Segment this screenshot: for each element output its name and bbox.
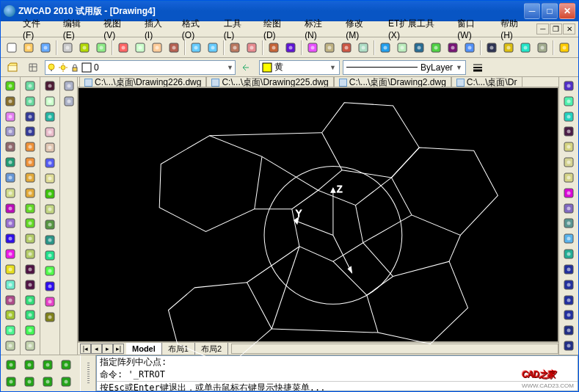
rotate-button[interactable] — [42, 171, 58, 186]
menu-window[interactable]: 窗口(W) — [451, 16, 495, 42]
region-button[interactable] — [2, 308, 18, 322]
rev-b-button[interactable] — [22, 308, 38, 322]
walk-button[interactable] — [561, 231, 577, 246]
document-tab[interactable]: C:\...\桌面\Dr — [451, 77, 522, 87]
tab-next-button[interactable]: ▸ — [102, 344, 113, 354]
cyl-a-button[interactable] — [22, 109, 38, 124]
zoom-p-button[interactable] — [561, 170, 577, 185]
ucs-button[interactable] — [517, 40, 534, 56]
cmd-side-g[interactable] — [39, 374, 57, 390]
xline-button[interactable] — [2, 94, 18, 109]
cyl-b-button[interactable] — [22, 124, 38, 139]
command-grip[interactable] — [80, 355, 96, 391]
box-b-button[interactable] — [22, 155, 38, 170]
open-button[interactable] — [21, 40, 37, 56]
design-center-button[interactable] — [321, 40, 338, 56]
mirror-button[interactable] — [42, 109, 58, 124]
menu-help[interactable]: 帮助(H) — [495, 16, 536, 42]
explode-button[interactable] — [42, 310, 58, 324]
save-button[interactable] — [37, 40, 54, 56]
cut-button[interactable] — [115, 40, 131, 56]
redo-button[interactable] — [205, 40, 221, 56]
cmd-side-f[interactable] — [21, 374, 38, 390]
hatch-button[interactable] — [2, 277, 18, 292]
menu-format[interactable]: 格式(O) — [176, 16, 218, 42]
m1-button[interactable] — [561, 323, 577, 338]
publish-button[interactable] — [93, 40, 109, 56]
rt-pan-button[interactable] — [227, 40, 243, 56]
window-maximize-button[interactable]: □ — [542, 3, 558, 19]
cylinder-button[interactable] — [411, 40, 427, 56]
array-button[interactable] — [42, 140, 58, 155]
rectangle-button[interactable] — [2, 139, 18, 154]
layer-combo[interactable]: 0 ▼ — [45, 60, 236, 75]
mdi-restore[interactable]: ❐ — [550, 23, 562, 35]
arc-button[interactable] — [2, 155, 18, 170]
help-button[interactable] — [556, 40, 572, 56]
break-button[interactable] — [42, 248, 58, 263]
match-button[interactable] — [166, 40, 182, 56]
mtext-button[interactable] — [2, 338, 18, 353]
menu-view[interactable]: 视图(V) — [98, 16, 139, 42]
app-center-button[interactable] — [355, 40, 371, 56]
fly-button[interactable] — [561, 247, 577, 261]
revcloud-button[interactable] — [2, 186, 18, 200]
menu-file[interactable]: 文件(F) — [17, 16, 57, 42]
orbit-button[interactable] — [561, 186, 577, 200]
sphere-a-button[interactable] — [22, 79, 38, 93]
layer-props-button[interactable] — [4, 59, 21, 76]
tool-palette-button[interactable] — [338, 40, 354, 56]
fillet-button[interactable] — [42, 294, 58, 309]
print-button[interactable] — [59, 40, 76, 56]
slice-button[interactable] — [22, 323, 38, 338]
stretch-button[interactable] — [42, 202, 58, 217]
menu-edit[interactable]: 编辑(E) — [57, 16, 98, 42]
menu-insert[interactable]: 插入(I) — [139, 16, 176, 42]
extend-button[interactable] — [42, 233, 58, 247]
layout-tab[interactable]: 布局2 — [195, 343, 228, 355]
table-button[interactable] — [2, 323, 18, 338]
zoom-rt-button[interactable] — [561, 124, 577, 139]
zoom-w-button[interactable] — [561, 139, 577, 154]
torus-button[interactable] — [462, 40, 478, 56]
command-input-line[interactable]: 按Esc或Enter键退出，或单击鼠标右键显示快捷菜单... — [97, 381, 578, 391]
zoom-e-button[interactable] — [561, 155, 577, 170]
cmd-side-h[interactable] — [57, 374, 75, 390]
preview-button[interactable] — [76, 40, 92, 56]
ellipse-button[interactable] — [2, 216, 18, 231]
rev-a-button[interactable] — [22, 293, 38, 308]
cmd-side-b[interactable] — [21, 357, 38, 373]
pan-button[interactable] — [561, 109, 577, 124]
menu-modify[interactable]: 修改(M) — [340, 16, 382, 42]
3dorbit-button[interactable] — [561, 201, 577, 216]
sphere-b-button[interactable] — [22, 94, 38, 109]
zoom-prev-button[interactable] — [283, 40, 299, 56]
window-close-button[interactable]: ✕ — [559, 3, 575, 19]
mdi-minimize[interactable]: ─ — [536, 23, 549, 35]
cmd-side-c[interactable] — [39, 357, 57, 373]
torus-b-button[interactable] — [22, 247, 38, 261]
copy-button[interactable] — [42, 94, 58, 109]
block-button[interactable] — [2, 247, 18, 261]
render-button[interactable] — [534, 40, 550, 56]
spline-button[interactable] — [2, 201, 18, 216]
vp-single-button[interactable] — [484, 40, 500, 56]
circle-button[interactable] — [2, 170, 18, 185]
cone-b-button[interactable] — [22, 186, 38, 200]
layer-prev-button[interactable] — [238, 59, 256, 76]
v2-button[interactable] — [561, 277, 577, 292]
undo-button[interactable] — [188, 40, 204, 56]
ellipse-arc-button[interactable] — [2, 231, 18, 246]
cmd-side-e[interactable] — [2, 374, 20, 390]
wedge-a-button[interactable] — [22, 201, 38, 216]
menu-tools[interactable]: 工具(L) — [218, 16, 258, 42]
layout-tab[interactable]: Model — [126, 343, 162, 355]
gradient-button[interactable] — [2, 293, 18, 308]
join-button[interactable] — [42, 264, 58, 278]
linetype-combo[interactable]: ByLayer ▼ — [343, 60, 466, 75]
tab-last-button[interactable]: ▸| — [113, 344, 124, 354]
layer1-button[interactable] — [61, 79, 77, 93]
point-button[interactable] — [2, 262, 18, 277]
line-button[interactable] — [2, 79, 18, 93]
cmd-side-d[interactable] — [57, 357, 75, 373]
